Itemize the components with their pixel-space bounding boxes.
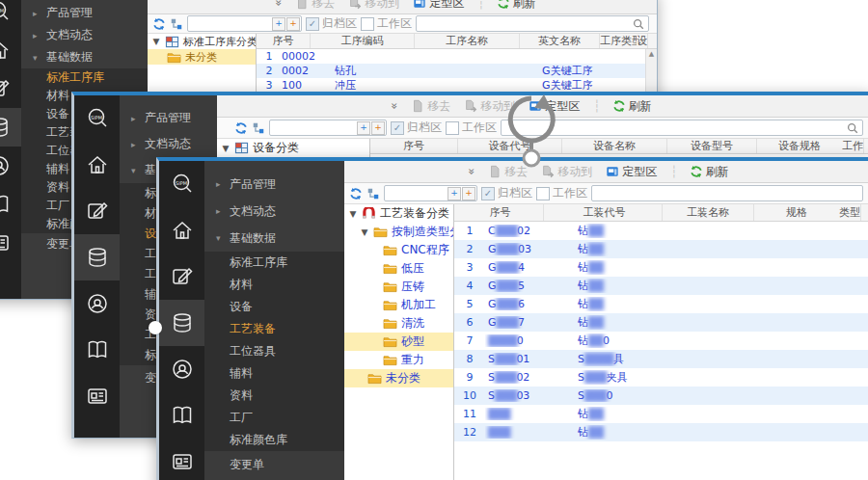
nav-data[interactable] (0, 108, 21, 147)
archive-checkbox[interactable]: ✓归档区 (306, 15, 357, 32)
refresh-button[interactable]: 刷新 (612, 98, 652, 115)
nav-library[interactable] (74, 327, 120, 373)
nav-broadcast[interactable] (0, 147, 21, 185)
add-button[interactable]: + (371, 121, 385, 135)
menu-item[interactable]: ▸文档动态 (204, 198, 344, 225)
tree-root[interactable]: ▼工艺装备分类 (344, 204, 453, 223)
column-header[interactable]: 工序编码 (311, 34, 415, 48)
menu-item[interactable]: ▾基础数据 (21, 46, 148, 68)
app-logo[interactable] (0, 0, 21, 31)
nav-card[interactable] (0, 224, 21, 262)
menu-item[interactable]: ▸文档动态 (21, 24, 148, 46)
tree-root[interactable]: ▼标准工序库分类 (148, 34, 256, 49)
column-header[interactable]: 类型 (839, 204, 861, 221)
refresh-button[interactable]: 刷新 (497, 0, 536, 12)
tree-root[interactable]: ▼设备分类 (217, 139, 369, 157)
app-logo[interactable] (74, 95, 120, 142)
submenu-item[interactable]: 工位器具 (204, 340, 344, 362)
tree-item[interactable]: 砂型 (344, 333, 453, 351)
column-header[interactable]: 设备规格 (757, 139, 842, 153)
toolbar-overflow-chevron[interactable]: » (272, 0, 285, 7)
search-input[interactable] (591, 185, 863, 201)
tree-item[interactable]: 重力 (344, 351, 453, 369)
add-button[interactable]: + (462, 187, 475, 200)
submenu-item[interactable]: 材料 (204, 274, 344, 296)
menu-item[interactable]: ▸文档动态 (120, 131, 217, 157)
nav-broadcast[interactable] (74, 280, 120, 327)
tree-item[interactable]: 机加工 (344, 296, 453, 314)
workspace-checkbox[interactable]: 工作区 (361, 15, 412, 32)
nav-library[interactable] (0, 185, 21, 224)
table-row[interactable]: 9 S███02 S███夹具 (454, 368, 868, 387)
table-row[interactable]: 3 100 冲压 G关键工序 (257, 78, 657, 93)
table-row[interactable]: 10 S███03 S███0 (454, 387, 868, 405)
tree-filter-input[interactable]: ++ (187, 15, 302, 32)
nav-library[interactable] (159, 392, 204, 439)
column-header[interactable]: 工装代号 (544, 204, 663, 221)
column-header[interactable]: 规格 (754, 204, 839, 221)
column-header[interactable]: 英文名称 (520, 34, 600, 48)
column-header[interactable]: 工装名称 (663, 204, 754, 221)
table-row[interactable]: 2 0002 钻孔 G关键工序 (257, 64, 657, 78)
tree-filter-input[interactable]: ++ (384, 185, 477, 201)
org-structure-icon[interactable] (252, 121, 265, 135)
table-row[interactable]: 2 G███03 钻██ (454, 240, 868, 258)
table-row[interactable]: 8 S███01 S████具 (454, 350, 868, 368)
nav-card[interactable] (159, 439, 204, 480)
move-to-button[interactable]: 移动到 (348, 0, 399, 12)
submenu-item[interactable]: 资料 (204, 385, 344, 407)
table-row[interactable]: 5 G███6 钻██ (454, 295, 868, 313)
column-header[interactable]: 序号 (454, 204, 544, 221)
tree-item[interactable]: 清洗 (344, 314, 453, 333)
submenu-item[interactable]: 标准工序库 (204, 252, 344, 274)
column-header[interactable]: 工作 (842, 139, 864, 153)
search-input[interactable] (416, 15, 649, 32)
toolbar-overflow-chevron[interactable]: » (388, 102, 401, 109)
column-header[interactable]: 设备型号 (667, 139, 757, 153)
expand-button[interactable]: + (448, 187, 461, 200)
tree-refresh-icon[interactable] (152, 17, 166, 31)
submenu-item[interactable]: 辅料 (204, 362, 344, 385)
nav-home[interactable] (159, 207, 204, 253)
column-header[interactable]: 序号 (257, 34, 311, 48)
tree-refresh-icon[interactable] (349, 187, 363, 200)
submenu-item[interactable]: 标准工序库 (21, 68, 148, 87)
org-structure-icon[interactable] (366, 187, 380, 200)
table-row[interactable]: 6 G███7 钻██ (454, 313, 868, 332)
remove-button[interactable]: 移去 (295, 0, 335, 12)
fixed-zone-button[interactable]: 定型区 (606, 164, 657, 180)
tree-item[interactable]: 压铸 (344, 278, 453, 296)
scroll-up-icon[interactable]: ▲ (646, 49, 657, 60)
expand-button[interactable]: + (272, 17, 285, 31)
nav-broadcast[interactable] (159, 346, 204, 392)
tree-filter-input[interactable]: ++ (269, 120, 387, 136)
archive-checkbox[interactable]: ✓归档区 (481, 185, 532, 201)
menu-item[interactable]: ▾基础数据 (204, 225, 344, 252)
column-header[interactable]: 工序名称 (415, 34, 520, 48)
column-header[interactable]: 设 (637, 34, 648, 48)
submenu-item[interactable]: 工艺装备 (204, 318, 344, 340)
nav-card[interactable] (74, 373, 120, 419)
refresh-button[interactable]: 刷新 (690, 164, 729, 180)
tree-refresh-icon[interactable] (234, 121, 248, 135)
tree-item-unclassified[interactable]: 未分类 (344, 369, 453, 387)
tree-group[interactable]: ▼按制造类型分类 (344, 223, 453, 241)
nav-data[interactable] (159, 300, 204, 346)
nav-edit[interactable] (159, 253, 204, 300)
menu-item[interactable]: ▸产品管理 (204, 171, 344, 198)
table-row[interactable]: 11 ███ 钻██ (454, 405, 868, 423)
table-row[interactable]: 7 ████0 钻██0 (454, 332, 868, 350)
app-logo[interactable] (159, 161, 204, 207)
tree-item[interactable]: 低压 (344, 259, 453, 278)
toolbar-overflow-chevron[interactable]: » (465, 168, 478, 174)
submenu-item[interactable]: 设备 (204, 296, 344, 318)
submenu-item[interactable]: 工厂 (204, 407, 344, 429)
add-button[interactable]: + (286, 17, 300, 31)
nav-edit[interactable] (0, 69, 21, 108)
archive-checkbox[interactable]: ✓归档区 (391, 120, 442, 136)
column-header[interactable]: 序号 (370, 139, 458, 153)
table-row[interactable]: 1 00002 (257, 49, 657, 64)
nav-edit[interactable] (74, 188, 120, 234)
workspace-checkbox[interactable]: 工作区 (536, 185, 587, 201)
table-row[interactable]: 1 C███02 钻██ (454, 222, 868, 240)
